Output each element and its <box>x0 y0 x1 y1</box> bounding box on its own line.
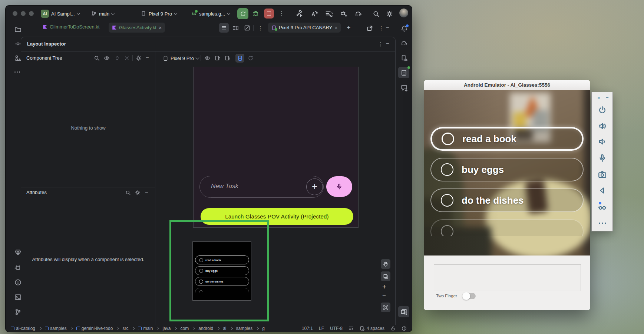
unlock-icon[interactable] <box>390 326 396 331</box>
breadcrumb-item[interactable]: samples <box>236 326 253 331</box>
open-in-window-icon[interactable] <box>367 25 373 31</box>
run-config-widget[interactable]: samples.g... <box>191 9 230 19</box>
build-run-icon[interactable] <box>295 10 303 17</box>
zoom-in-button[interactable]: + <box>382 283 386 291</box>
radio-circle-icon[interactable] <box>441 163 453 176</box>
editor-split-view-icon[interactable] <box>232 25 239 31</box>
expand-all-icon[interactable] <box>114 55 120 61</box>
window-minimize-button[interactable] <box>21 11 26 16</box>
editor-list-view-icon[interactable] <box>219 23 229 33</box>
code-reformat-icon[interactable] <box>310 10 318 17</box>
user-avatar[interactable] <box>399 9 408 17</box>
breadcrumb-item[interactable]: g <box>262 326 265 331</box>
breadcrumb-item[interactable]: src <box>122 326 128 331</box>
two-finger-toggle[interactable] <box>463 293 476 299</box>
search-icon[interactable] <box>94 55 100 61</box>
view-options-eye-icon[interactable] <box>104 55 110 61</box>
device-render-view[interactable]: New Task + Launch Glasses POV Activity (… <box>155 65 396 325</box>
stop-button[interactable] <box>264 9 274 19</box>
indent-widget[interactable]: 4 spaces <box>360 326 384 331</box>
glasses-mode-icon[interactable] <box>598 203 607 211</box>
add-device-tab-icon[interactable]: + <box>347 24 351 32</box>
project-widget[interactable]: AI AI Sampl... <box>41 9 80 19</box>
device-selector-widget[interactable]: Pixel 9 Pro <box>141 9 177 19</box>
editor-design-view-icon[interactable] <box>244 25 250 31</box>
window-zoom-button[interactable] <box>29 11 34 16</box>
close-tab-icon[interactable]: × <box>159 25 162 30</box>
hide-panel-icon[interactable]: − <box>386 24 389 30</box>
live-updates-toggle-icon[interactable] <box>235 54 244 63</box>
collapse-all-icon[interactable] <box>124 55 130 61</box>
caret-position[interactable]: 107:1 <box>302 326 313 331</box>
line-ending[interactable]: LF <box>319 326 324 331</box>
voice-input-button[interactable] <box>326 176 352 197</box>
more-options-icon[interactable] <box>599 223 606 224</box>
snapshot-export-icon[interactable] <box>215 55 221 61</box>
todo-item[interactable]: do the dishes <box>430 188 584 212</box>
minimize-icon[interactable]: − <box>606 95 609 100</box>
camera-icon[interactable] <box>598 170 607 179</box>
close-tab-icon[interactable]: × <box>334 25 337 30</box>
running-device-tab[interactable]: Pixel 9 Pro API CANARY × <box>268 23 341 33</box>
mic-icon[interactable] <box>598 154 607 163</box>
new-task-input[interactable]: New Task + <box>199 176 324 198</box>
todo-item[interactable]: buy eggs <box>430 158 584 181</box>
panel-more-icon[interactable]: ⋮ <box>379 25 384 31</box>
rerun-button[interactable] <box>237 8 248 19</box>
snapshot-import-icon[interactable] <box>225 55 231 61</box>
breadcrumb-item[interactable]: samples <box>45 326 67 331</box>
indent-settings-icon[interactable] <box>349 326 354 331</box>
zoom-fit-button[interactable] <box>381 303 390 312</box>
running-devices-tool-icon[interactable] <box>398 67 409 78</box>
emulator-screen[interactable]: read a book buy eggs do the dishes <box>424 90 590 255</box>
vcs-branch-widget[interactable]: main <box>91 9 114 19</box>
back-button-icon[interactable] <box>598 186 607 195</box>
gradle-tool-icon[interactable] <box>401 40 408 47</box>
zoom-out-button[interactable]: − <box>382 292 386 299</box>
radio-circle-icon[interactable] <box>441 194 453 207</box>
window-close-button[interactable] <box>13 11 17 16</box>
notifications-icon[interactable] <box>401 25 408 32</box>
more-tools-icon[interactable] <box>14 71 20 73</box>
settings-gear-icon[interactable] <box>386 10 393 17</box>
process-selector[interactable]: Pixel 9 Pro <box>163 51 199 65</box>
breadcrumb-item[interactable]: com <box>180 326 189 331</box>
device-manager-tool-icon[interactable] <box>401 54 408 61</box>
add-task-button[interactable]: + <box>306 178 323 195</box>
breadcrumb-item[interactable]: android <box>198 326 213 331</box>
touchpad-area[interactable] <box>434 264 581 291</box>
file-encoding[interactable]: UTF-8 <box>330 326 343 331</box>
view-options-eye-icon[interactable] <box>204 55 210 61</box>
profiler-icon[interactable] <box>325 10 333 17</box>
gradle-sync-icon[interactable] <box>355 10 362 17</box>
gemini-tool-icon[interactable] <box>401 84 408 91</box>
more-actions-icon[interactable]: ⋮ <box>279 10 284 16</box>
debug-attach-icon[interactable] <box>340 10 347 17</box>
close-icon[interactable]: × <box>597 95 600 101</box>
layout-inspector-toggle-icon[interactable] <box>398 306 409 317</box>
breadcrumb-item[interactable]: gemini-live-todo <box>76 326 113 331</box>
volume-up-icon[interactable] <box>598 122 607 130</box>
hide-attributes-icon[interactable]: − <box>145 189 148 195</box>
error-indicator-icon[interactable] <box>402 326 407 331</box>
editor-more-icon[interactable]: ⋮ <box>258 25 263 31</box>
debug-button[interactable] <box>252 10 260 17</box>
breadcrumb-item[interactable]: ai-catalog <box>11 326 35 331</box>
volume-down-icon[interactable] <box>598 137 607 146</box>
project-tool-icon[interactable] <box>14 26 22 33</box>
breadcrumb-item[interactable]: ai <box>223 326 226 331</box>
panel-more-icon[interactable]: ⋮ <box>378 41 383 47</box>
breadcrumb-item[interactable]: java <box>162 326 171 331</box>
tab-glimmer-todo-screen[interactable]: GlimmerToDoScreen.kt <box>43 24 99 30</box>
breadcrumb-item[interactable]: main <box>138 326 153 331</box>
attributes-gear-icon[interactable] <box>135 190 141 196</box>
power-button-icon[interactable] <box>598 106 607 114</box>
tree-settings-gear-icon[interactable] <box>136 55 142 61</box>
layers-mode-button[interactable] <box>381 271 390 281</box>
pan-tool-button[interactable] <box>381 259 390 269</box>
search-icon[interactable] <box>125 190 131 196</box>
hide-panel-icon[interactable]: − <box>386 40 389 46</box>
search-icon[interactable] <box>373 10 380 17</box>
refresh-icon[interactable] <box>248 55 254 61</box>
hide-tree-icon[interactable]: − <box>146 54 149 60</box>
